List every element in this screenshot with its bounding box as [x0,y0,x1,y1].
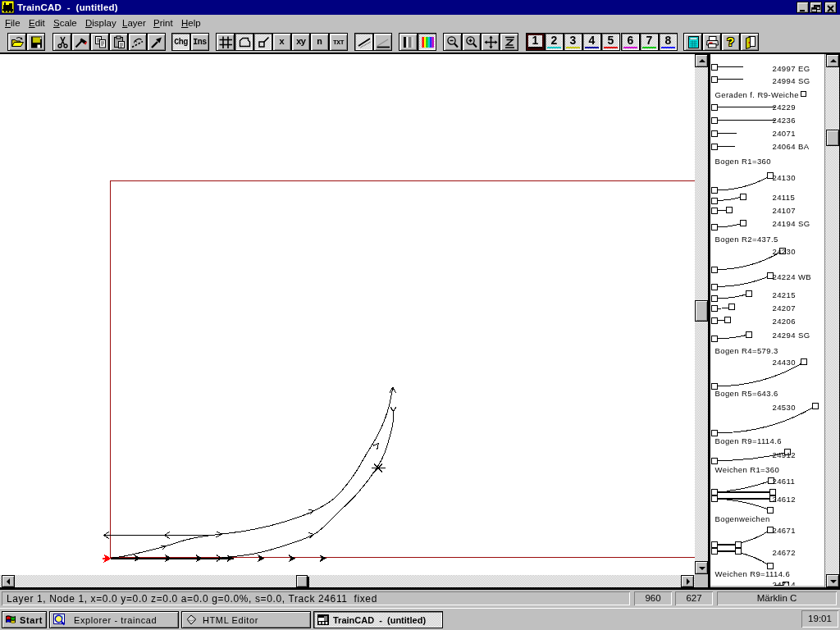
svg-text:24207: 24207 [773,304,796,313]
svg-text:Bogen R4=579.3: Bogen R4=579.3 [715,346,778,355]
svg-text:Bogenweichen: Bogenweichen [715,514,770,523]
svg-text:24206: 24206 [773,317,796,326]
svg-text:24230: 24230 [773,247,796,256]
svg-text:24294 SG: 24294 SG [773,331,810,340]
svg-text:24130: 24130 [773,173,796,182]
svg-text:Bogen R5=643.6: Bogen R5=643.6 [715,389,778,398]
svg-text:Weichen R1=360: Weichen R1=360 [715,465,780,474]
svg-text:24530: 24530 [773,403,796,412]
svg-text:24612: 24612 [773,495,796,504]
svg-text:24994 SG: 24994 SG [773,76,810,85]
svg-text:Weichen R9=1114.6: Weichen R9=1114.6 [715,569,791,578]
svg-text:24064 BA: 24064 BA [773,142,810,151]
svg-text:Bogen R1=360: Bogen R1=360 [715,157,771,166]
svg-text:24672: 24672 [773,548,796,557]
svg-text:24224 WB: 24224 WB [773,272,812,281]
svg-text:24671: 24671 [773,526,796,535]
svg-text:24611: 24611 [773,477,796,486]
svg-text:24194 SG: 24194 SG [773,219,810,228]
svg-text:24997 EG: 24997 EG [773,64,810,73]
svg-text:24912: 24912 [773,450,796,459]
svg-text:24115: 24115 [773,193,796,202]
svg-text:24236: 24236 [773,116,796,125]
svg-text:24215: 24215 [773,290,796,299]
svg-text:24229: 24229 [773,103,796,112]
svg-text:24430: 24430 [773,358,796,367]
svg-text:Bogen R9=1114.6: Bogen R9=1114.6 [715,436,782,445]
svg-text:24107: 24107 [773,206,796,215]
svg-text:24071: 24071 [773,129,796,138]
svg-text:24714: 24714 [773,580,796,586]
svg-text:Bogen R2=437.5: Bogen R2=437.5 [715,235,778,244]
svg-text:Geraden f. R9-Weiche: Geraden f. R9-Weiche [715,90,799,99]
